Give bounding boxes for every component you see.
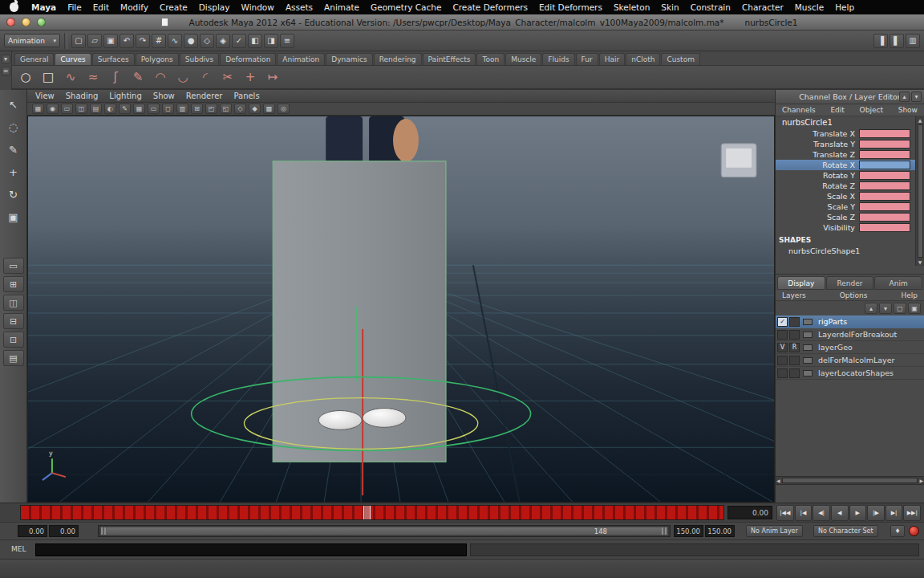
create-empty-layer-icon[interactable]: ▢ [894,303,906,314]
layer-display-type-toggle[interactable]: R [789,343,800,352]
grease-pencil-icon[interactable]: ✎ [119,104,131,114]
go-to-playback-start-button[interactable]: |◀◀ [776,505,794,521]
shelf-tab[interactable]: Curves [55,53,91,65]
playback-start-field[interactable]: 0.00 [49,525,79,537]
film-gate-icon[interactable]: ▭ [148,104,160,114]
nurbs-circle-icon[interactable]: ○ [15,67,36,88]
auto-keyframe-toggle[interactable] [909,526,919,536]
toggle-tool-settings-icon[interactable]: ▌ [890,34,904,48]
layer-editor-menu[interactable]: Layers [782,291,806,299]
channel-box-menu[interactable]: Edit [830,106,844,114]
isolate-select-icon[interactable]: ◎ [278,104,290,114]
minimize-window-button[interactable] [22,18,30,26]
ipr-render-icon[interactable]: ◨ [264,34,278,48]
shelf-tab[interactable]: Hair [599,53,625,65]
shaded-mode-icon[interactable]: ◆ [249,104,261,114]
select-camera-icon[interactable]: ▦ [32,104,44,114]
channel-value-field[interactable] [859,161,910,169]
render-settings-icon[interactable]: ≡ [280,34,294,48]
menubar-item[interactable]: Edit Deformers [533,2,608,12]
viewport-menu[interactable]: View [35,92,55,100]
channel-label[interactable]: Rotate Y [777,171,859,180]
layer-list-scrollbar[interactable]: ◀ ▶ [776,476,924,485]
layer-editor-menu[interactable]: Help [901,291,918,299]
layer-row[interactable]: LayerdelForBreakout [776,328,924,341]
channel-value-field[interactable] [859,213,910,222]
range-slider-track[interactable]: 148 [98,525,671,537]
viewport-menu[interactable]: Panels [233,92,259,100]
layer-editor-menu[interactable]: Options [840,291,868,299]
channel-box-menu[interactable]: Show [898,106,918,114]
bezier-curve-tool-icon[interactable]: ʃ [105,67,126,88]
channel-box-collapse-icon[interactable]: ▴ [899,92,910,102]
channel-label[interactable]: Translate Z [777,150,859,159]
resolution-gate-icon[interactable]: ◻ [162,104,174,114]
menubar-item[interactable]: Window [235,2,279,12]
undo-icon[interactable]: ↶ [120,34,134,48]
menubar-item[interactable]: Modify [115,2,154,12]
channel-label[interactable]: Rotate Z [777,181,859,190]
layer-name[interactable]: layerGeo [814,343,853,352]
safe-title-icon[interactable]: ◱ [220,104,232,114]
layer-visibility-toggle[interactable]: V [777,343,788,352]
layer-color-swatch[interactable] [803,332,813,338]
viewport-menu[interactable]: Shading [66,92,99,100]
open-scene-icon[interactable]: ▱ [87,34,102,48]
detach-curves-icon[interactable]: ✂ [217,67,238,88]
image-plane-widget[interactable] [721,144,756,177]
current-time-marker[interactable] [363,506,371,519]
layer-color-swatch[interactable] [803,344,813,351]
shelf-tab[interactable]: Custom [661,53,699,65]
move-layer-down-icon[interactable]: ▾ [879,303,892,314]
layer-color-swatch[interactable] [803,357,813,364]
persp-split-layout-icon[interactable]: ▤ [3,350,24,366]
wireframe-mode-icon[interactable]: ◇ [234,104,246,114]
shelf-tab[interactable]: Rendering [374,53,422,65]
channel-label[interactable]: Rotate X [777,161,859,169]
animation-start-field[interactable]: 0.00 [18,525,47,537]
current-time-field[interactable]: 0.00 [727,506,772,519]
persp-outliner-layout-icon[interactable]: ◫ [3,295,24,311]
shelf-tab[interactable]: Animation [277,53,325,65]
nurbs-square-icon[interactable]: □ [38,67,59,88]
layer-name[interactable]: rigParts [814,317,847,326]
menubar-item[interactable]: Edit [87,2,115,12]
menubar-item[interactable]: Create Deformers [447,2,533,12]
menubar-item[interactable]: Maya [26,2,62,12]
two-point-arc-icon[interactable]: ◡ [172,67,193,88]
mel-command-input[interactable] [35,543,467,556]
character-legs[interactable] [326,116,419,166]
channel-label[interactable]: Translate X [777,129,859,138]
viewport-menu[interactable]: Lighting [109,92,141,100]
channel-value-field[interactable] [859,192,910,201]
channel-value-field[interactable] [859,202,910,211]
pencil-curve-tool-icon[interactable]: ✎ [128,67,148,88]
safe-action-icon[interactable]: ◰ [205,104,217,114]
lasso-select-tool-icon[interactable]: ◌ [2,117,25,137]
shelf-tab[interactable]: PaintEffects [423,53,476,65]
time-slider-track[interactable] [20,505,724,520]
viewport-3d-canvas[interactable]: y [27,116,775,503]
toggle-channel-box-icon[interactable]: ▥ [906,34,920,48]
channel-value-field[interactable] [859,129,910,138]
four-pane-layout-icon[interactable]: ⊞ [3,276,24,292]
layer-editor-tab[interactable]: Display [777,276,825,290]
anim-layer-button[interactable]: No Anim Layer [746,525,803,537]
range-slider-handle[interactable] [100,527,668,535]
snap-to-curves-icon[interactable]: ∿ [168,34,182,48]
channel-label[interactable]: Scale Y [777,202,859,211]
layer-name[interactable]: LayerdelForBreakout [814,330,897,339]
shelf-tab[interactable]: Fur [576,53,598,65]
scroll-down-icon[interactable]: ▼ [918,259,922,265]
step-back-frame-button[interactable]: |◀ [795,505,813,521]
menubar-item[interactable]: Assets [280,2,318,12]
go-to-playback-end-button[interactable]: ▶▶| [903,505,921,521]
channel-value-field[interactable] [859,150,910,159]
shelf-menu-icon[interactable]: ≡ [2,67,10,75]
image-plane-icon[interactable]: ▤ [90,104,102,114]
step-back-key-button[interactable]: ◀| [813,505,830,521]
viewport-menu[interactable]: Renderer [186,92,223,100]
menubar-item[interactable]: Display [193,2,236,12]
set-key-button[interactable]: ♦ [890,525,905,537]
attach-curves-icon[interactable]: ◜ [195,67,216,88]
